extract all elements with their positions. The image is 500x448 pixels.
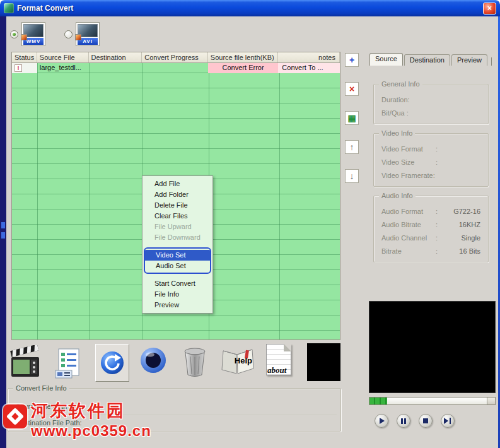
menu-item-audio-set[interactable]: Audio Set xyxy=(145,261,210,271)
info-colon: : xyxy=(436,208,445,215)
clapper-button[interactable] xyxy=(10,345,40,380)
strip-mark-icon xyxy=(1,222,5,228)
column-header-convert-progress[interactable]: Convert Progress xyxy=(142,52,208,62)
preview-placeholder xyxy=(307,343,340,381)
record-icon xyxy=(139,346,167,374)
info-colon: : xyxy=(436,234,445,242)
column-header-notes[interactable]: notes xyxy=(278,52,340,62)
add-file-button[interactable]: + xyxy=(345,53,359,67)
convert-film-button[interactable]: ▦ xyxy=(345,111,359,125)
file-list-icon xyxy=(54,348,82,379)
about-button[interactable]: about xyxy=(265,344,295,382)
table-cell: Convert Error xyxy=(208,63,279,73)
arrow-up-icon: ↑ xyxy=(350,143,354,151)
trash-icon xyxy=(182,346,207,379)
tab-destination[interactable]: Destination xyxy=(404,54,450,66)
delete-file-button[interactable]: × xyxy=(345,82,359,96)
pause-button[interactable] xyxy=(397,414,410,428)
column-header-destination[interactable]: Destination xyxy=(89,52,142,62)
wmv-format-icon[interactable]: WMV xyxy=(21,22,45,46)
info-row: Audio Format:G722-16 xyxy=(374,204,488,218)
format-badge-icon xyxy=(75,34,81,40)
table-cell xyxy=(142,63,208,73)
watermark-text: 河东软件园 www.pc0359.cn xyxy=(31,399,151,440)
info-row: Duration: xyxy=(374,93,488,106)
info-row: Bitrate:16 Bits xyxy=(374,244,488,257)
menu-item-add-folder[interactable]: Add Folder xyxy=(142,189,212,200)
avi-format-icon[interactable]: AVI xyxy=(76,22,100,46)
table-cell: ! xyxy=(12,63,37,73)
format-radio-avi[interactable] xyxy=(64,30,73,38)
format-radio-wmv[interactable] xyxy=(10,30,18,38)
info-label: Audio Format xyxy=(381,208,436,215)
stop-icon xyxy=(423,418,428,423)
seek-fill xyxy=(369,398,387,404)
next-icon xyxy=(444,418,451,424)
seek-slider[interactable] xyxy=(369,397,496,405)
move-down-button[interactable]: ↓ xyxy=(345,169,359,183)
info-label: Bitrate xyxy=(381,247,436,255)
info-row: Audio Bitrate:16KHZ xyxy=(374,218,488,231)
next-button[interactable] xyxy=(441,414,455,428)
watermark: 河东软件园 www.pc0359.cn xyxy=(3,399,151,440)
group-title: Audio Info xyxy=(379,192,416,199)
info-group-general-info: General InfoDuration:Bit/Qua : xyxy=(373,84,489,124)
close-button[interactable]: × xyxy=(483,3,496,15)
add-file-icon: + xyxy=(349,56,354,64)
play-button[interactable] xyxy=(375,414,388,428)
film-convert-icon: ▦ xyxy=(347,114,356,122)
info-row: Video Framerate: xyxy=(374,168,488,182)
tab-preview[interactable]: Preview xyxy=(451,54,487,66)
format-option-avi: AVI xyxy=(64,22,100,46)
menu-item-start-convert[interactable]: Start Convert xyxy=(142,278,212,289)
title-bar: Format Convert × xyxy=(0,0,500,16)
group-title: Video Info xyxy=(379,129,415,137)
group-title: General Info xyxy=(379,80,422,88)
stop-button[interactable] xyxy=(419,414,433,428)
clapperboard-icon xyxy=(10,345,40,379)
menu-item-video-set[interactable]: Video Set xyxy=(145,250,210,261)
menu-item-add-file[interactable]: Add File xyxy=(142,179,212,189)
menu-item-file-upward: File Upward xyxy=(142,221,212,232)
seek-end-button[interactable] xyxy=(487,398,495,404)
info-label: Video Format xyxy=(381,145,436,153)
info-label: Audio Channel xyxy=(381,234,436,242)
record-button[interactable] xyxy=(139,346,167,375)
info-colon: : xyxy=(436,145,445,153)
format-option-wmv: WMV xyxy=(10,22,45,46)
pause-icon xyxy=(401,418,406,424)
column-header-status[interactable]: Status xyxy=(12,52,37,62)
info-group-video-info: Video InfoVideo Format:Video Size:Video … xyxy=(373,133,489,187)
info-value: 16KHZ xyxy=(445,221,488,228)
info-label: Video Size xyxy=(381,158,436,166)
column-header-source-file-lenth-kb-[interactable]: Source file lenth(KB) xyxy=(208,52,279,62)
info-value: G722-16 xyxy=(445,208,488,215)
column-header-source-file[interactable]: Source File xyxy=(37,52,89,62)
play-icon xyxy=(380,418,385,424)
side-toolbar: +×▦↑↓ xyxy=(345,53,359,183)
info-tabs: SourceDestinationPreview xyxy=(369,53,492,66)
help-button[interactable]: Help xyxy=(219,347,257,379)
table-cell: Convert To ... xyxy=(278,63,340,73)
menu-item-clear-files[interactable]: Clear Files xyxy=(142,211,212,221)
menu-item-file-downward: File Downward xyxy=(142,232,212,243)
table-header-row: StatusSource FileDestinationConvert Prog… xyxy=(12,52,340,63)
app-icon xyxy=(4,3,14,13)
info-groups: General InfoDuration:Bit/Qua :Video Info… xyxy=(373,84,489,271)
tab-source[interactable]: Source xyxy=(369,53,403,66)
table-row[interactable]: !large_testdl...Convert ErrorConvert To … xyxy=(12,63,340,73)
arrow-down-icon: ↓ xyxy=(350,172,354,180)
info-row: Video Format: xyxy=(374,142,488,155)
trash-button[interactable] xyxy=(182,346,207,380)
menu-item-preview[interactable]: Preview xyxy=(142,300,212,310)
format-badge-icon xyxy=(21,34,27,40)
site-logo-icon xyxy=(3,404,27,428)
menu-item-file-info[interactable]: File Info xyxy=(142,289,212,300)
menu-item-delete-file[interactable]: Delete File xyxy=(142,200,212,211)
move-up-button[interactable]: ↑ xyxy=(345,140,359,154)
help-label: Help xyxy=(235,356,252,365)
info-colon: : xyxy=(436,158,445,166)
delete-file-icon: × xyxy=(349,85,354,93)
convert-button[interactable] xyxy=(95,344,129,382)
file-list-button[interactable] xyxy=(54,348,82,380)
